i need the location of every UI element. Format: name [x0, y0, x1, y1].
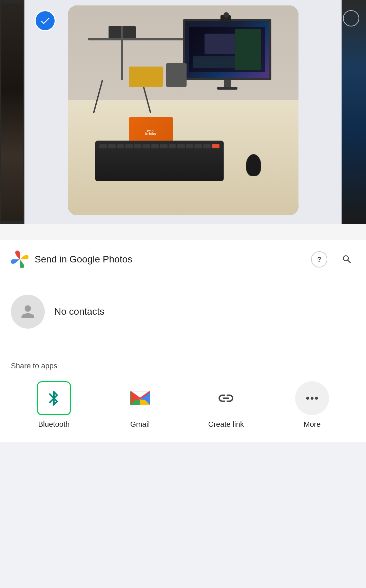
photo-right-partial[interactable]: [342, 0, 366, 224]
section-gap: [0, 224, 366, 240]
create-link-label: Create link: [208, 420, 244, 429]
photo-selected-badge[interactable]: [35, 10, 56, 31]
share-apps-section: Share to apps Bluetooth: [0, 351, 366, 442]
gmail-icon-wrapper: [123, 381, 157, 415]
more-icon-wrapper: [295, 381, 329, 415]
google-photos-logo-icon: [11, 251, 28, 268]
share-app-more[interactable]: More: [285, 381, 339, 429]
photo-image[interactable]: pico bricks: [68, 5, 298, 215]
help-icon: ?: [317, 256, 321, 263]
no-contacts-text: No contacts: [54, 306, 104, 317]
monitor-element: [183, 19, 271, 87]
google-photos-title: Send in Google Photos: [35, 254, 305, 265]
share-app-bluetooth[interactable]: Bluetooth: [27, 381, 81, 429]
section-divider: [0, 345, 366, 345]
google-photos-header: Send in Google Photos ?: [0, 240, 366, 278]
camera-lens: [224, 12, 229, 18]
search-button[interactable]: [339, 251, 355, 268]
photo-unselected-badge[interactable]: [343, 10, 359, 26]
more-label: More: [304, 420, 321, 429]
share-apps-row: Bluetooth: [11, 381, 355, 442]
share-app-gmail[interactable]: Gmail: [113, 381, 167, 429]
gmail-icon: [130, 389, 150, 407]
equipment-element: [129, 67, 163, 87]
share-apps-label: Share to apps: [11, 362, 355, 370]
photo-main[interactable]: pico bricks: [24, 0, 342, 224]
gmail-label: Gmail: [130, 420, 150, 429]
mouse-element: [246, 154, 261, 176]
bluetooth-label: Bluetooth: [38, 420, 70, 429]
photo-strip: pico bricks: [0, 0, 366, 224]
help-button[interactable]: ?: [311, 251, 327, 268]
bluetooth-icon-wrapper: [37, 381, 71, 415]
share-section: Send in Google Photos ? No contacts Shar…: [0, 240, 366, 442]
keyboard-element: [95, 141, 224, 181]
bluetooth-icon: [45, 389, 63, 407]
equipment2-element: [166, 63, 187, 87]
link-icon: [216, 389, 236, 407]
share-app-create-link[interactable]: Create link: [199, 381, 253, 429]
photo-left-partial[interactable]: [0, 0, 24, 224]
link-icon-wrapper: [209, 381, 243, 415]
more-dots-icon: [303, 389, 321, 407]
no-contacts-avatar: [11, 295, 45, 329]
no-contacts-area: No contacts: [0, 278, 366, 345]
person-icon: [18, 302, 37, 321]
search-icon: [342, 254, 352, 265]
